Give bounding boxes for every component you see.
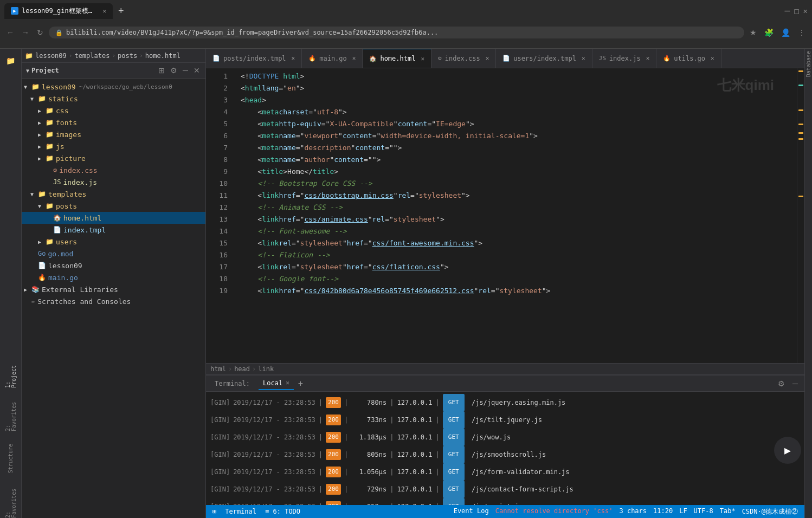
tab-close-indexjs[interactable]: ✕	[646, 55, 650, 62]
status-line-ending[interactable]: LF	[679, 507, 687, 516]
gin-pipe3-4: |	[390, 449, 394, 460]
gin-pipe3-2: |	[390, 415, 394, 425]
tree-item-scratches[interactable]: ▶ ✏ Scratches and Consoles	[22, 295, 205, 307]
terminal-minimize-icon[interactable]: ─	[790, 378, 800, 389]
close-panel-x[interactable]: ✕	[192, 65, 201, 76]
tree-item-templates[interactable]: ▼ 📁 templates	[22, 188, 205, 200]
tree-item-lesson09[interactable]: ▼ 📁 lesson09 ~/workspace/go_web/lesson0	[22, 81, 205, 93]
sidebar-icon-files[interactable]: 📁	[1, 51, 21, 70]
tab-close-posts[interactable]: ✕	[292, 55, 295, 62]
arrow-css: ▶	[38, 108, 46, 114]
gin-pipe2-5: |	[344, 467, 348, 477]
status-errors[interactable]: Cannot resolve directory 'css'	[495, 507, 613, 516]
sidebar-icon-structure[interactable]: 2: Favorites	[1, 399, 21, 431]
status-terminal-label[interactable]: Terminal	[225, 508, 256, 515]
tab-close-usersindex[interactable]: ✕	[582, 55, 585, 62]
refresh-button[interactable]: ↻	[35, 26, 46, 39]
tab-close-homehtml[interactable]: ✕	[421, 55, 424, 62]
tab-close-utilsgo[interactable]: ✕	[711, 55, 714, 62]
close-panel-icon[interactable]: ─	[182, 65, 189, 76]
tab-close-button[interactable]: ✕	[102, 8, 106, 15]
bottom-status-bar: ⊞ Terminal ≡ 6: TODO Event Log Cannot re…	[206, 505, 804, 518]
right-panel-label-db[interactable]: Database	[805, 51, 811, 77]
sidebar-icon-git[interactable]: Structure	[1, 442, 21, 475]
code-line-18: <!-- Google font-->	[241, 273, 797, 285]
tree-item-statics[interactable]: ▼ 📁 statics	[22, 93, 205, 105]
status-indent[interactable]: Tab*	[720, 507, 736, 516]
gin-ip-6: 127.0.0.1	[397, 484, 432, 495]
tab-users-index[interactable]: 📄 users/index.tmpl ✕	[496, 49, 592, 68]
tab-icon-posts: 📄	[212, 55, 220, 62]
menu-button[interactable]: ⋮	[796, 27, 808, 38]
window-restore[interactable]: □	[794, 7, 798, 15]
tree-item-extlibs[interactable]: ▶ 📚 External Libraries	[22, 283, 205, 295]
gin-method-5: GET	[443, 463, 465, 481]
gin-prefix-5: [GIN]	[210, 467, 230, 477]
code-editor-area: 12345 678910 1112131415 16171819 <!DOCTY…	[206, 68, 804, 363]
address-bar[interactable]: 🔒 bilibili.com/video/BV1gJ411p7xC/?p=9&s…	[49, 27, 744, 38]
forward-button[interactable]: →	[20, 26, 31, 39]
tree-item-users[interactable]: ▶ 📁 users	[22, 236, 205, 248]
tree-item-gomod[interactable]: ▶ Go go.mod	[22, 248, 205, 260]
sidebar-icon-explore[interactable]: 1: Project	[1, 355, 21, 388]
window-minimize[interactable]: ─	[784, 6, 790, 16]
sidebar-icon-db[interactable]: 2: Favorites	[1, 485, 21, 518]
terminal-tab-local[interactable]: Local ✕	[259, 377, 294, 390]
status-event-log[interactable]: Event Log	[454, 507, 489, 516]
status-encoding[interactable]: UTF-8	[694, 507, 713, 516]
label-css: css	[56, 107, 68, 115]
tree-item-images[interactable]: ▶ 📁 images	[22, 128, 205, 140]
code-content[interactable]: <!DOCTYPE html> <html lang="en"> <head> …	[232, 68, 797, 363]
tab-index-css[interactable]: ⚙ index.css ✕	[431, 49, 496, 68]
tree-item-indextmpl[interactable]: ▶ 📄 index.tmpl	[22, 224, 205, 236]
tree-item-posts[interactable]: ▼ 📁 posts	[22, 200, 205, 212]
tree-item-homehtml[interactable]: ▶ 🏠 home.html	[22, 212, 205, 224]
bookmark-button[interactable]: ★	[747, 27, 759, 38]
gin-path-7: /js/script.js	[468, 501, 523, 505]
tab-index-js[interactable]: JS index.js ✕	[592, 49, 657, 68]
tree-item-indexjs[interactable]: ▶ JS index.js	[22, 176, 205, 188]
tree-item-picture[interactable]: ▶ 📁 picture	[22, 152, 205, 164]
folder-icon-lesson09: 📁	[31, 83, 40, 90]
terminal-local-close[interactable]: ✕	[286, 379, 289, 386]
editor-breadcrumb-path: html › head › link	[206, 363, 804, 375]
active-browser-tab[interactable]: ▶ lesson09_gin框架模板渲染_哔... ✕	[4, 3, 113, 19]
label-indexjs: index.js	[63, 178, 97, 186]
gin-pipe3-3: |	[390, 432, 394, 443]
tree-item-js[interactable]: ▶ 📁 js	[22, 140, 205, 152]
tab-utils-go[interactable]: 🔥 utils.go ✕	[656, 49, 721, 68]
terminal-settings-icon[interactable]: ⚙	[776, 378, 787, 389]
bilibili-play-button[interactable]: ▶	[774, 437, 801, 464]
breadcrumb-templates[interactable]: templates	[74, 52, 109, 60]
settings-icon[interactable]: ⚙	[169, 65, 178, 76]
tab-icon-homehtml: 🏠	[369, 55, 377, 62]
tree-item-fonts[interactable]: ▶ 📁 fonts	[22, 116, 205, 128]
scope-icon[interactable]: ⊞	[157, 65, 166, 76]
tree-item-indexcss[interactable]: ▶ ⚙ index.css	[22, 164, 205, 176]
status-todo-label[interactable]: ≡ 6: TODO	[265, 508, 300, 515]
gin-pipe-1: |	[319, 397, 323, 408]
tab-main-go[interactable]: 🔥 main.go ✕	[302, 49, 363, 68]
new-tab-button[interactable]: +	[115, 5, 127, 17]
breadcrumb-homefile[interactable]: home.html	[145, 52, 181, 60]
tab-bar: ▶ lesson09_gin框架模板渲染_哔... ✕ + ─ □ ✕	[0, 0, 812, 22]
status-position[interactable]: 11:20	[653, 507, 673, 516]
tab-close-indexcss[interactable]: ✕	[486, 55, 489, 62]
tree-item-css[interactable]: ▶ 📁 css	[22, 105, 205, 116]
tree-item-lesson09file[interactable]: ▶ 📄 lesson09	[22, 260, 205, 271]
extensions-button[interactable]: 🧩	[762, 27, 776, 38]
tab-close-maingo[interactable]: ✕	[352, 55, 356, 62]
back-button[interactable]: ←	[4, 26, 16, 39]
profile-button[interactable]: 👤	[779, 27, 792, 38]
breadcrumb-lesson09[interactable]: lesson09	[35, 52, 67, 60]
terminal-add-button[interactable]: +	[298, 379, 303, 388]
gin-pipe4-7: |	[435, 501, 439, 505]
window-close[interactable]: ✕	[803, 7, 808, 15]
tab-home-html[interactable]: 🏠 home.html ✕	[363, 49, 431, 68]
file-icon-gomod: Go	[38, 250, 46, 257]
gin-pipe2-2: |	[344, 415, 348, 425]
tab-posts-index[interactable]: 📄 posts/index.tmpl ✕	[206, 49, 302, 68]
breadcrumb-posts[interactable]: posts	[118, 52, 137, 60]
tree-item-maingo[interactable]: ▶ 🔥 main.go	[22, 271, 205, 283]
gin-dur-3: 1.183µs	[351, 432, 386, 443]
